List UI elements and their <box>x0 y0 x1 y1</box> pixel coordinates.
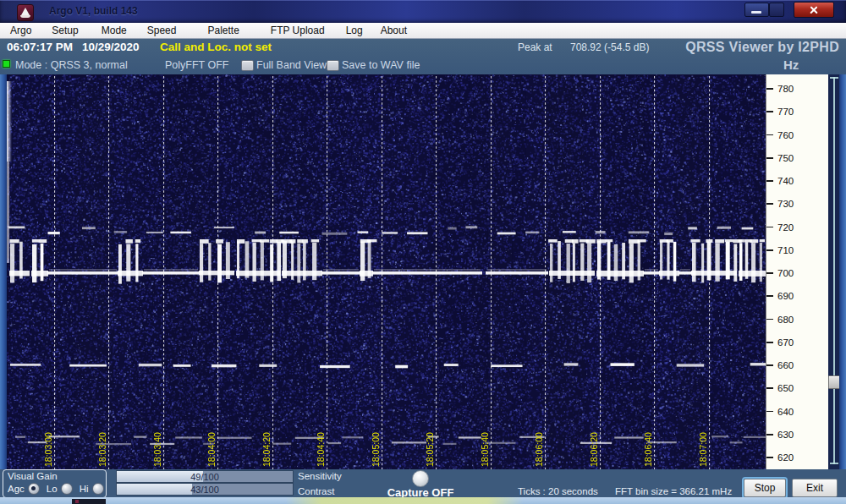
window-title: Argo V1, build 143 <box>49 5 138 17</box>
sensitivity-value: 49/100 <box>190 472 219 482</box>
tick-mark <box>766 249 773 251</box>
freq-tick-730: 730 <box>766 199 794 210</box>
freq-tick-740: 740 <box>766 176 794 187</box>
radio-agc[interactable] <box>28 483 40 495</box>
spectrogram-canvas[interactable] <box>7 74 766 469</box>
freq-tick-620: 620 <box>766 452 794 463</box>
menu-item-palette[interactable]: Palette <box>207 25 239 36</box>
tick-mark <box>766 272 773 274</box>
tick-mark <box>766 342 773 343</box>
full-band-view-checkbox[interactable] <box>241 60 254 71</box>
menu-item-about[interactable]: About <box>381 25 407 36</box>
menu-item-log[interactable]: Log <box>346 25 363 36</box>
freq-tick-630: 630 <box>766 429 794 440</box>
tick-mark <box>766 319 773 320</box>
visual-gain-radios: AgcLoHi <box>8 483 104 495</box>
tick-mark <box>766 411 773 413</box>
capture-toggle-button[interactable] <box>412 470 429 487</box>
radio-label-lo[interactable]: Lo <box>47 484 58 494</box>
menu-item-setup[interactable]: Setup <box>52 25 78 36</box>
clock-time: 06:07:17 PM <box>7 41 73 53</box>
radio-lo[interactable] <box>61 483 73 495</box>
control-bar: Visual Gain AgcLoHi 49/100 43/100 Sensit… <box>0 469 846 497</box>
close-button[interactable] <box>794 2 834 18</box>
tick-mark <box>766 134 773 136</box>
freq-tick-680: 680 <box>766 314 794 325</box>
menu-item-speed[interactable]: Speed <box>147 25 177 36</box>
maximize-button[interactable] <box>769 3 784 17</box>
tick-mark <box>766 227 773 228</box>
freq-tick-690: 690 <box>766 291 794 302</box>
argo-window: Argo V1, build 143 ArgoSetupModeSpeedPal… <box>0 0 846 504</box>
menu-bar: ArgoSetupModeSpeedPaletteFTP UploadLogAb… <box>0 23 846 39</box>
visual-gain-group: Visual Gain AgcLoHi <box>3 469 107 498</box>
freq-tick-670: 670 <box>766 337 794 348</box>
freq-tick-710: 710 <box>766 244 794 255</box>
visual-gain-label: Visual Gain <box>8 471 58 481</box>
peak-value: 708.92 (-54.5 dB) <box>570 41 649 53</box>
frequency-scale[interactable]: 7807707607507407307207107006906806706606… <box>766 74 829 469</box>
window-border-left <box>0 74 7 469</box>
running-led-icon <box>3 60 10 68</box>
save-wav-label[interactable]: Save to WAV file <box>342 59 420 71</box>
mode-readout: Mode : QRSS 3, normal <box>15 59 128 71</box>
window-border-bottom <box>0 497 846 504</box>
freq-tick-650: 650 <box>766 383 794 394</box>
save-wav-checkbox[interactable] <box>327 60 339 71</box>
freq-tick-640: 640 <box>766 406 794 417</box>
tick-mark <box>766 387 773 389</box>
radio-hi[interactable] <box>92 483 104 495</box>
window-border-right <box>839 74 846 469</box>
exit-button[interactable]: Exit <box>792 479 838 497</box>
freq-tick-750: 750 <box>766 152 794 163</box>
tick-mark <box>766 88 773 90</box>
call-locator-warning: Call and Loc. not set <box>160 41 272 53</box>
freq-tick-660: 660 <box>766 360 794 371</box>
sensitivity-slider[interactable]: 49/100 <box>116 470 294 483</box>
hz-unit-label: Hz <box>783 58 799 72</box>
sail-icon <box>21 8 30 15</box>
radio-label-hi[interactable]: Hi <box>80 484 89 494</box>
stop-button[interactable]: Stop <box>744 479 786 497</box>
clock-date: 10/29/2020 <box>82 41 140 53</box>
app-brand: QRSS Viewer by I2PHD <box>685 40 839 55</box>
title-bar[interactable]: Argo V1, build 143 <box>0 0 846 23</box>
freq-tick-720: 720 <box>766 222 794 233</box>
peak-label: Peak at <box>518 41 552 53</box>
freq-tick-770: 770 <box>766 107 794 118</box>
menu-item-ftp-upload[interactable]: FTP Upload <box>271 25 325 36</box>
tick-mark <box>766 295 773 297</box>
menu-item-mode[interactable]: Mode <box>102 25 127 36</box>
freq-tick-700: 700 <box>766 268 794 279</box>
status-bar: 06:07:17 PM 10/29/2020 Call and Loc. not… <box>0 39 846 74</box>
tick-mark <box>766 180 773 182</box>
radio-label-agc[interactable]: Agc <box>8 484 25 494</box>
slider-track <box>833 77 835 464</box>
tick-mark <box>766 111 773 112</box>
sensitivity-label: Sensitivity <box>298 471 342 481</box>
tick-mark <box>766 203 773 205</box>
minimize-icon <box>751 11 761 14</box>
contrast-slider[interactable]: 43/100 <box>116 483 294 496</box>
freq-tick-760: 760 <box>766 129 794 140</box>
fft-bin-readout: FFT bin size = 366.21 mHz <box>615 486 732 496</box>
tick-mark <box>766 364 773 366</box>
full-band-view-label[interactable]: Full Band View <box>256 59 327 71</box>
freq-tick-780: 780 <box>766 84 794 95</box>
ticks-readout: Ticks : 20 seconds <box>518 486 598 496</box>
tick-mark <box>766 434 773 436</box>
contrast-label: Contrast <box>298 486 334 496</box>
menu-item-argo[interactable]: Argo <box>10 25 31 36</box>
taskbar-peek <box>72 499 106 504</box>
tick-mark <box>766 457 773 458</box>
minimize-button[interactable] <box>744 3 769 17</box>
contrast-value: 43/100 <box>190 485 219 495</box>
tick-mark <box>766 157 773 159</box>
polyfft-readout[interactable]: PolyFFT OFF <box>165 59 228 71</box>
hull-icon <box>20 15 30 18</box>
frequency-slider[interactable] <box>828 74 839 469</box>
app-icon[interactable] <box>17 4 34 21</box>
main-area: 7807707607507407307207107006906806706606… <box>0 74 846 469</box>
